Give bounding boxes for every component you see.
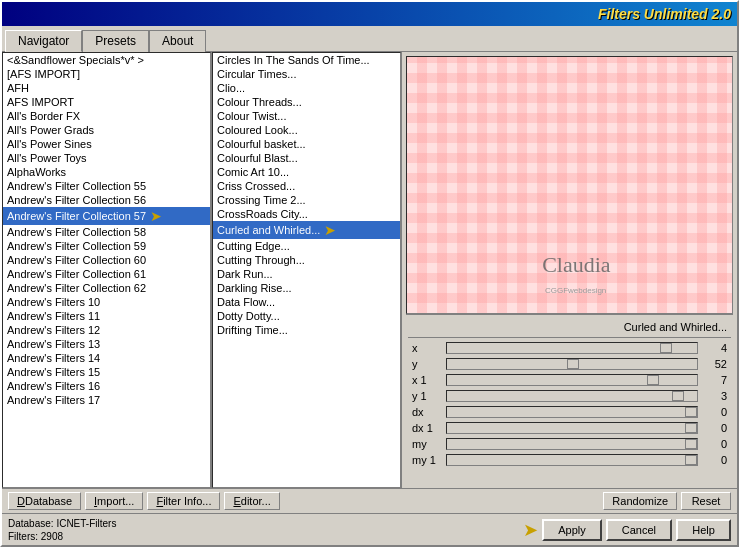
param-slider-x[interactable] [446, 342, 698, 354]
apply-button[interactable]: Apply [542, 519, 602, 541]
param-slider-x1[interactable] [446, 374, 698, 386]
param-label-y1: y 1 [412, 390, 442, 402]
filter-item[interactable]: Colour Twist... [213, 109, 400, 123]
param-value-dx1: 0 [702, 422, 727, 434]
list-item[interactable]: Andrew's Filters 14 [3, 351, 210, 365]
param-label-my1: my 1 [412, 454, 442, 466]
main-window: Filters Unlimited 2.0 Navigator Presets … [0, 0, 739, 547]
list-item[interactable]: Andrew's Filters 11 [3, 309, 210, 323]
filter-item[interactable]: Data Flow... [213, 295, 400, 309]
param-value-y: 52 [702, 358, 727, 370]
editor-button[interactable]: Editor... [224, 492, 279, 510]
tab-about[interactable]: About [149, 30, 206, 52]
param-label-my: my [412, 438, 442, 450]
preview-area: Claudia CGGFwebdesign [406, 56, 733, 314]
filter-item[interactable]: Circular Times... [213, 67, 400, 81]
list-item[interactable]: Andrew's Filter Collection 56 [3, 193, 210, 207]
filter-item[interactable]: Comic Art 10... [213, 165, 400, 179]
list-item[interactable]: Andrew's Filters 15 [3, 365, 210, 379]
filter-item-selected[interactable]: Curled and Whirled... ➤ [213, 221, 400, 239]
preview-background: Claudia CGGFwebdesign [407, 57, 732, 313]
import-button[interactable]: Import... [85, 492, 143, 510]
list-item[interactable]: Andrew's Filters 12 [3, 323, 210, 337]
param-row-my1: my 1 0 [408, 452, 731, 468]
title-bar: Filters Unlimited 2.0 [2, 2, 737, 26]
arrow-right-icon: ➤ [150, 208, 162, 224]
help-button[interactable]: Help [676, 519, 731, 541]
list-item[interactable]: Andrew's Filter Collection 55 [3, 179, 210, 193]
param-slider-my[interactable] [446, 438, 698, 450]
filter-item[interactable]: Colourful Blast... [213, 151, 400, 165]
param-slider-my1[interactable] [446, 454, 698, 466]
list-item[interactable]: Andrew's Filters 16 [3, 379, 210, 393]
list-item-selected[interactable]: Andrew's Filter Collection 57 ➤ [3, 207, 210, 225]
list-item[interactable]: Andrew's Filter Collection 58 [3, 225, 210, 239]
list-item[interactable]: AlphaWorks [3, 165, 210, 179]
list-item[interactable]: <&Sandflower Specials*v* > [3, 53, 210, 67]
filter-item[interactable]: Coloured Look... [213, 123, 400, 137]
list-item[interactable]: AFS IMPORT [3, 95, 210, 109]
param-row-dx: dx 0 [408, 404, 731, 420]
filter-item[interactable]: Cutting Through... [213, 253, 400, 267]
cancel-button[interactable]: Cancel [606, 519, 672, 541]
right-panel: Claudia CGGFwebdesign Curled and Whirled… [402, 52, 737, 488]
filter-item[interactable]: Drifting Time... [213, 323, 400, 337]
filter-item[interactable]: Dotty Dotty... [213, 309, 400, 323]
filter-item[interactable]: CrossRoads City... [213, 207, 400, 221]
param-value-dx: 0 [702, 406, 727, 418]
param-value-my: 0 [702, 438, 727, 450]
filter-item[interactable]: Crossing Time 2... [213, 193, 400, 207]
parameters-area: Curled and Whirled... x 4 y [406, 314, 733, 484]
param-label-x: x [412, 342, 442, 354]
param-slider-dx1[interactable] [446, 422, 698, 434]
param-slider-dx[interactable] [446, 406, 698, 418]
param-label-dx1: dx 1 [412, 422, 442, 434]
filter-item[interactable]: Dark Run... [213, 267, 400, 281]
reset-button[interactable]: Reset [681, 492, 731, 510]
filter-item[interactable]: Cutting Edge... [213, 239, 400, 253]
filter-item[interactable]: Colour Threads... [213, 95, 400, 109]
filter-item[interactable]: Circles In The Sands Of Time... [213, 53, 400, 67]
param-value-x: 4 [702, 342, 727, 354]
tab-navigator[interactable]: Navigator [5, 30, 82, 52]
filter-item[interactable]: Criss Crossed... [213, 179, 400, 193]
left-panel: <&Sandflower Specials*v* > [AFS IMPORT] … [2, 52, 212, 488]
filter-item[interactable]: Clio... [213, 81, 400, 95]
param-row-my: my 0 [408, 436, 731, 452]
list-item[interactable]: Andrew's Filters 17 [3, 393, 210, 407]
list-item[interactable]: All's Power Toys [3, 151, 210, 165]
list-item[interactable]: Andrew's Filters 13 [3, 337, 210, 351]
filter-list[interactable]: Circles In The Sands Of Time... Circular… [212, 52, 401, 488]
filter-item[interactable]: Darkling Rise... [213, 281, 400, 295]
filter-title: Curled and Whirled... [408, 319, 731, 335]
list-item[interactable]: Andrew's Filter Collection 60 [3, 253, 210, 267]
list-item[interactable]: Andrew's Filter Collection 62 [3, 281, 210, 295]
list-item[interactable]: All's Power Grads [3, 123, 210, 137]
list-item[interactable]: [AFS IMPORT] [3, 67, 210, 81]
param-label-y: y [412, 358, 442, 370]
category-list[interactable]: <&Sandflower Specials*v* > [AFS IMPORT] … [2, 52, 211, 488]
randomize-button[interactable]: Randomize [603, 492, 677, 510]
param-slider-y[interactable] [446, 358, 698, 370]
filter-info-button[interactable]: Filter Info... [147, 492, 220, 510]
list-item[interactable]: All's Power Sines [3, 137, 210, 151]
param-value-y1: 3 [702, 390, 727, 402]
param-row-x1: x 1 7 [408, 372, 731, 388]
list-item[interactable]: Andrew's Filter Collection 59 [3, 239, 210, 253]
list-item[interactable]: AFH [3, 81, 210, 95]
list-item[interactable]: All's Border FX [3, 109, 210, 123]
param-row-dx1: dx 1 0 [408, 420, 731, 436]
list-item[interactable]: Andrew's Filters 10 [3, 295, 210, 309]
apply-arrow-icon: ➤ [523, 519, 538, 541]
filters-status: Filters: 2908 [8, 530, 515, 543]
tab-bar: Navigator Presets About [2, 26, 737, 52]
database-button[interactable]: DDatabase [8, 492, 81, 510]
param-slider-y1[interactable] [446, 390, 698, 402]
database-status: Database: ICNET-Filters [8, 517, 515, 530]
filter-item[interactable]: Colourful basket... [213, 137, 400, 151]
bottom-toolbar: DDatabase Import... Filter Info... Edito… [2, 488, 737, 513]
title-bar-text: Filters Unlimited 2.0 [598, 6, 731, 22]
list-item[interactable]: Andrew's Filter Collection 61 [3, 267, 210, 281]
tab-presets[interactable]: Presets [82, 30, 149, 52]
action-buttons: ➤ Apply Cancel Help [523, 519, 731, 541]
